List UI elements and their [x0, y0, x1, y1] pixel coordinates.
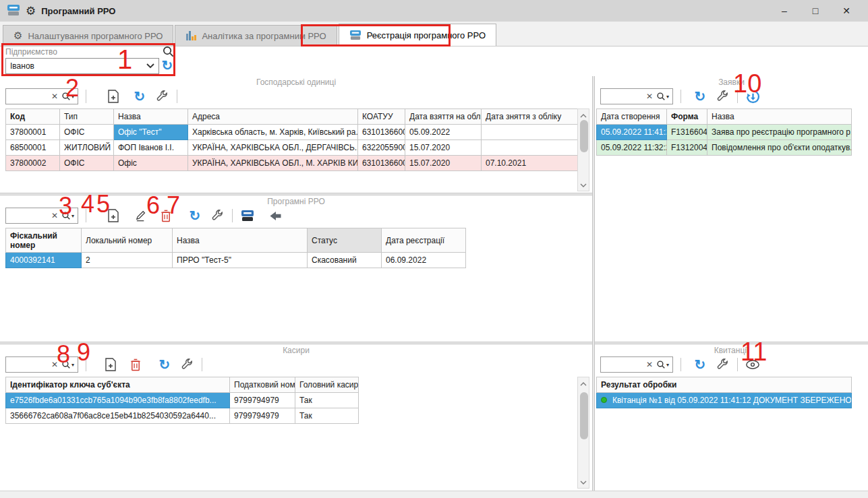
toolbar-separator	[737, 90, 738, 103]
cashiers-search-input[interactable]	[9, 360, 48, 369]
search-filter-icon[interactable]: ▾	[656, 92, 669, 101]
chevron-down-icon[interactable]	[580, 180, 587, 189]
prro-header-row: Фіскальний номер Локальний номер Назва С…	[6, 228, 466, 253]
col-chief-cashier[interactable]: Головний касир	[295, 377, 359, 393]
chevron-down-icon[interactable]	[580, 477, 587, 487]
applications-search-input[interactable]	[604, 92, 643, 101]
units-search-box[interactable]: ✕ ▾	[5, 88, 78, 104]
close-button[interactable]: ✕	[840, 5, 853, 16]
wrench-icon[interactable]	[179, 357, 194, 372]
chevron-up-icon[interactable]	[580, 111, 587, 120]
applications-search-box[interactable]: ✕ ▾	[600, 88, 673, 104]
tab-settings-label: Налаштування програмного РРО	[28, 31, 163, 41]
refresh-icon[interactable]: ↻	[132, 89, 147, 104]
right-panel: Заявки ✕ ▾ ↻ Дата створення	[595, 76, 868, 491]
scroll-thumb[interactable]	[580, 120, 588, 152]
col-address[interactable]: Адреса	[188, 109, 358, 125]
prro-table: Фіскальний номер Локальний номер Назва С…	[5, 228, 466, 268]
selected-cell[interactable]: 05.09.2022 11:41:20	[597, 125, 667, 140]
tab-settings[interactable]: ⚙ Налаштування програмного РРО	[3, 25, 173, 46]
chart-icon	[185, 30, 196, 41]
wrench-icon[interactable]	[154, 89, 169, 104]
add-document-icon[interactable]	[103, 357, 118, 372]
clear-icon[interactable]: ✕	[51, 211, 58, 220]
col-name[interactable]: Назва	[114, 109, 188, 125]
wrench-icon[interactable]	[210, 208, 225, 223]
refresh-icon[interactable]: ↻	[693, 89, 707, 104]
units-search-input[interactable]	[9, 92, 48, 101]
status-bar	[0, 491, 868, 498]
toolbar-separator	[86, 209, 86, 222]
minimize-button[interactable]: –	[778, 5, 791, 16]
search-filter-icon[interactable]: ▾	[656, 360, 669, 369]
col-status[interactable]: Статус	[308, 228, 382, 253]
col-code[interactable]: Код	[6, 109, 60, 125]
col-form[interactable]: Форма	[667, 109, 707, 125]
add-document-icon[interactable]	[106, 208, 121, 223]
col-koatuu[interactable]: КОАТУУ	[358, 109, 405, 125]
prro-search-box[interactable]: ✕ ▾	[5, 208, 78, 224]
maximize-button[interactable]: □	[809, 5, 822, 16]
clear-icon[interactable]: ✕	[646, 92, 653, 101]
add-document-icon[interactable]	[106, 89, 121, 104]
enterprise-combobox[interactable]: Іванов	[5, 58, 159, 74]
enterprise-value: Іванов	[10, 61, 34, 71]
section-units: Господарські одиниці ✕ ▾ ↻	[0, 76, 592, 193]
col-date-dereg[interactable]: Дата зняття з обліку	[482, 109, 579, 125]
units-table: Код Тип Назва Адреса КОАТУУ Дата взяття …	[5, 108, 579, 171]
selected-cell[interactable]: 4000392141	[6, 253, 82, 268]
clear-icon[interactable]: ✕	[646, 360, 653, 369]
col-name[interactable]: Назва	[173, 228, 308, 253]
search-icon[interactable]	[161, 44, 175, 59]
col-date-reg[interactable]: Дата взяття на облік	[405, 109, 482, 125]
wrench-icon[interactable]	[715, 89, 730, 104]
search-filter-icon[interactable]: ▾	[61, 92, 74, 101]
col-local-number[interactable]: Локальний номер	[82, 228, 173, 253]
tab-analytics[interactable]: Аналітика за програмним РРО	[175, 25, 337, 46]
clear-icon[interactable]: ✕	[51, 360, 58, 369]
col-name[interactable]: Назва	[707, 109, 852, 125]
clear-icon[interactable]: ✕	[51, 92, 58, 101]
tab-registration[interactable]: Реєстрація програмного РРО	[339, 24, 496, 46]
refresh-icon[interactable]: ↻	[160, 58, 175, 73]
applications-table: Дата створення Форма Назва 05.09.2022 11…	[596, 108, 852, 156]
table-row: 35666762ca608a7f06ac8ce15eb41b8254030592…	[6, 408, 359, 424]
delete-trash-icon[interactable]	[158, 208, 173, 223]
delete-trash-icon[interactable]	[128, 357, 143, 372]
selected-cell[interactable]: Квітанція №1 від 05.09.2022 11:41:12 ДОК…	[597, 393, 852, 408]
wrench-icon[interactable]	[715, 357, 730, 372]
col-creation-date[interactable]: Дата створення	[597, 109, 667, 125]
search-filter-icon[interactable]: ▾	[61, 360, 74, 369]
cashiers-scrollbar[interactable]	[577, 377, 589, 489]
prro-toolbar: ✕ ▾ ↻	[0, 206, 592, 226]
refresh-icon[interactable]: ↻	[693, 357, 707, 372]
search-filter-icon[interactable]: ▾	[61, 211, 74, 220]
units-scrollbar[interactable]	[577, 108, 589, 191]
toolbar-separator	[86, 358, 86, 371]
col-fiscal-number[interactable]: Фіскальний номер	[6, 228, 82, 253]
back-arrow-icon[interactable]	[268, 208, 283, 223]
receipts-search-box[interactable]: ✕ ▾	[600, 356, 673, 373]
receipts-header-row: Результат обробки	[597, 377, 852, 393]
register-icon[interactable]	[240, 208, 255, 223]
col-processing-result[interactable]: Результат обробки	[597, 377, 852, 393]
cashiers-search-box[interactable]: ✕ ▾	[5, 356, 78, 373]
col-type[interactable]: Тип	[60, 109, 114, 125]
section-prro: Програмні РРО ✕ ▾ ↻	[0, 195, 592, 342]
receipts-search-input[interactable]	[604, 360, 643, 369]
col-tax-number[interactable]: Податковий номер	[230, 377, 295, 393]
col-key-id[interactable]: Ідентифікатор ключа суб'єкта	[6, 377, 230, 393]
edit-pencil-icon[interactable]	[134, 208, 148, 223]
scroll-thumb[interactable]	[580, 392, 588, 439]
refresh-icon[interactable]: ↻	[157, 357, 172, 372]
eye-icon[interactable]	[745, 357, 760, 372]
selected-cell[interactable]: Офіс "Тест"	[114, 125, 188, 140]
window-title: Програмний РРО	[41, 6, 115, 16]
refresh-icon[interactable]: ↻	[187, 208, 202, 223]
selected-cell[interactable]: e7526fbde6a01331ccb765a1094b90e3fb8fa880…	[6, 393, 230, 408]
col-reg-date[interactable]: Дата реєстрації	[382, 228, 466, 253]
chevron-up-icon[interactable]	[580, 379, 587, 388]
prro-search-input[interactable]	[9, 211, 48, 220]
tab-analytics-label: Аналітика за програмним РРО	[202, 31, 326, 41]
sync-receive-icon[interactable]	[745, 89, 760, 104]
